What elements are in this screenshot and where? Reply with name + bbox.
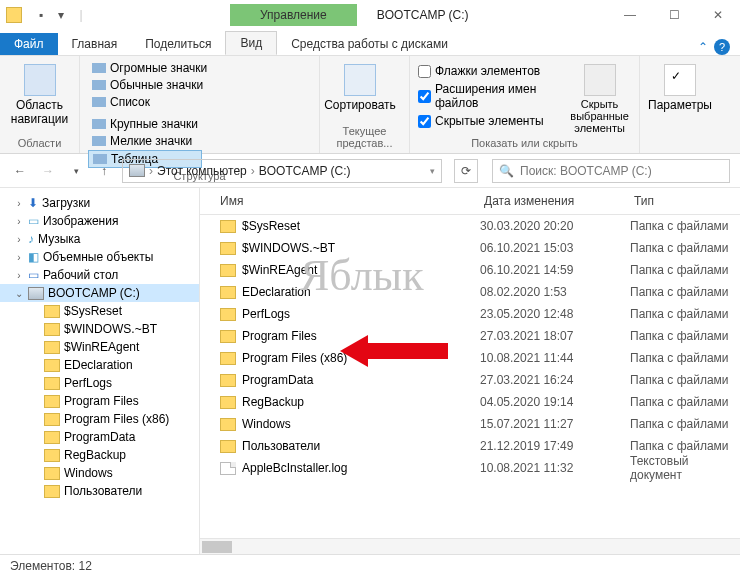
file-date: 30.03.2020 20:20	[480, 219, 630, 233]
qat-item[interactable]: ▪	[32, 6, 50, 24]
layout-list[interactable]: Список	[88, 94, 211, 110]
file-name: RegBackup	[242, 395, 304, 409]
folder-icon	[44, 377, 60, 390]
scroll-thumb[interactable]	[202, 541, 232, 553]
file-date: 27.03.2021 18:07	[480, 329, 630, 343]
content-area: ›⬇Загрузки ›▭Изображения ›♪Музыка ›◧Объе…	[0, 188, 740, 554]
tree-folder[interactable]: Program Files	[0, 392, 199, 410]
tree-3d-objects[interactable]: ›◧Объемные объекты	[0, 248, 199, 266]
layout-huge[interactable]: Огромные значки	[88, 60, 211, 76]
close-button[interactable]: ✕	[696, 0, 740, 30]
maximize-button[interactable]: ☐	[652, 0, 696, 30]
tab-file[interactable]: Файл	[0, 33, 58, 55]
file-name: PerfLogs	[242, 307, 290, 321]
file-name: $WinREAgent	[242, 263, 317, 277]
chevron-down-icon[interactable]: ▾	[430, 166, 435, 176]
checkbox[interactable]	[418, 115, 431, 128]
tree-desktop[interactable]: ›▭Рабочий стол	[0, 266, 199, 284]
tree-folder[interactable]: Program Files (x86)	[0, 410, 199, 428]
checkbox-hidden-items[interactable]: Скрытые элементы	[418, 114, 562, 128]
file-date: 06.10.2021 14:59	[480, 263, 630, 277]
context-tab-manage[interactable]: Управление	[230, 4, 357, 26]
file-row[interactable]: Program Files27.03.2021 18:07Папка с фай…	[200, 325, 740, 347]
col-type[interactable]: Тип	[630, 188, 740, 214]
folder-icon	[220, 418, 236, 431]
file-list[interactable]: Имя Дата изменения Тип $SysReset30.03.20…	[200, 188, 740, 554]
col-name[interactable]: Имя	[200, 188, 480, 214]
back-button[interactable]: ←	[10, 161, 30, 181]
refresh-button[interactable]: ⟳	[454, 159, 478, 183]
tab-share[interactable]: Поделиться	[131, 33, 225, 55]
tree-folder[interactable]: Windows	[0, 464, 199, 482]
navigation-pane-button[interactable]: Область навигации	[8, 60, 71, 126]
file-row[interactable]: Program Files (x86)10.08.2021 11:44Папка…	[200, 347, 740, 369]
tree-drive[interactable]: ⌄BOOTCAMP (C:)	[0, 284, 199, 302]
scrollbar-horizontal[interactable]	[200, 538, 740, 554]
file-name: Windows	[242, 417, 291, 431]
checkbox-item-flags[interactable]: Флажки элементов	[418, 64, 562, 78]
file-row[interactable]: $SysReset30.03.2020 20:20Папка с файлами	[200, 215, 740, 237]
help-icon[interactable]: ?	[714, 39, 730, 55]
sort-icon	[344, 64, 376, 96]
checkbox[interactable]	[418, 90, 431, 103]
window-title: BOOTCAMP (C:)	[377, 8, 469, 22]
file-row[interactable]: ProgramData27.03.2021 16:24Папка с файла…	[200, 369, 740, 391]
col-date[interactable]: Дата изменения	[480, 188, 630, 214]
file-type: Папка с файлами	[630, 351, 740, 365]
folder-icon	[44, 341, 60, 354]
forward-button[interactable]: →	[38, 161, 58, 181]
checkbox[interactable]	[418, 65, 431, 78]
search-box[interactable]: 🔍 Поиск: BOOTCAMP (C:)	[492, 159, 730, 183]
up-button[interactable]: ↑	[94, 161, 114, 181]
sort-button[interactable]: Сортировать	[328, 60, 392, 112]
tree-downloads[interactable]: ›⬇Загрузки	[0, 194, 199, 212]
tree-images[interactable]: ›▭Изображения	[0, 212, 199, 230]
layout-medium[interactable]: Обычные значки	[88, 77, 211, 93]
file-row[interactable]: PerfLogs23.05.2020 12:48Папка с файлами	[200, 303, 740, 325]
tree-folder[interactable]: $WINDOWS.~BT	[0, 320, 199, 338]
file-row[interactable]: $WINDOWS.~BT06.10.2021 15:03Папка с файл…	[200, 237, 740, 259]
tree-music[interactable]: ›♪Музыка	[0, 230, 199, 248]
tree-folder[interactable]: ProgramData	[0, 428, 199, 446]
checkbox-file-ext[interactable]: Расширения имен файлов	[418, 82, 562, 110]
folder-icon	[44, 359, 60, 372]
hide-selected-button[interactable]: Скрыть выбранные элементы	[568, 60, 631, 134]
breadcrumb-bar[interactable]: › Этот компьютер › BOOTCAMP (C:) ▾	[122, 159, 442, 183]
tree-folder[interactable]: $WinREAgent	[0, 338, 199, 356]
tree-folder[interactable]: RegBackup	[0, 446, 199, 464]
qat-dropdown[interactable]: ▾	[52, 6, 70, 24]
layout-small[interactable]: Мелкие значки	[88, 133, 202, 149]
minimize-button[interactable]: —	[608, 0, 652, 30]
tree-folder[interactable]: PerfLogs	[0, 374, 199, 392]
file-date: 23.05.2020 12:48	[480, 307, 630, 321]
options-icon: ✓	[664, 64, 696, 96]
tree-folder[interactable]: EDeclaration	[0, 356, 199, 374]
file-row[interactable]: EDeclaration08.02.2020 1:53Папка с файла…	[200, 281, 740, 303]
chevron-up-icon: ⌃	[698, 40, 708, 54]
navigation-tree[interactable]: ›⬇Загрузки ›▭Изображения ›♪Музыка ›◧Объе…	[0, 188, 200, 554]
file-row[interactable]: RegBackup04.05.2020 19:14Папка с файлами	[200, 391, 740, 413]
folder-icon	[220, 396, 236, 409]
file-type: Папка с файлами	[630, 329, 740, 343]
tab-disk-tools[interactable]: Средства работы с дисками	[277, 33, 462, 55]
layout-large[interactable]: Крупные значки	[88, 116, 202, 132]
file-row[interactable]: Windows15.07.2021 11:27Папка с файлами	[200, 413, 740, 435]
folder-icon	[220, 352, 236, 365]
tree-folder[interactable]: Пользователи	[0, 482, 199, 500]
file-row[interactable]: $WinREAgent06.10.2021 14:59Папка с файла…	[200, 259, 740, 281]
options-button[interactable]: ✓ Параметры	[648, 60, 712, 112]
tab-view[interactable]: Вид	[225, 31, 277, 55]
tree-folder[interactable]: $SysReset	[0, 302, 199, 320]
folder-icon	[220, 440, 236, 453]
file-row[interactable]: AppleBcInstaller.log10.08.2021 11:32Текс…	[200, 457, 740, 479]
tab-home[interactable]: Главная	[58, 33, 132, 55]
crumb-pc[interactable]: Этот компьютер	[157, 164, 247, 178]
ribbon-collapse[interactable]: ⌃ ?	[698, 39, 740, 55]
navigation-pane-icon	[24, 64, 56, 96]
file-type: Папка с файлами	[630, 439, 740, 453]
folder-icon	[44, 395, 60, 408]
folder-icon	[44, 485, 60, 498]
crumb-drive[interactable]: BOOTCAMP (C:)	[259, 164, 351, 178]
titlebar: ▪ ▾ | Управление BOOTCAMP (C:) — ☐ ✕	[0, 0, 740, 30]
recent-locations[interactable]: ▾	[66, 161, 86, 181]
